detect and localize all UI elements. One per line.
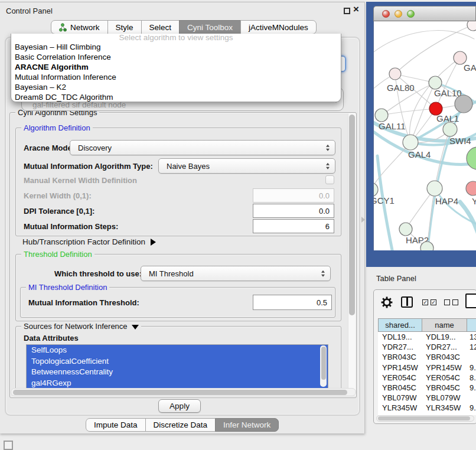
table-cell: 9. (467, 383, 476, 392)
settings-horizontal-scrollbar[interactable] (11, 388, 356, 396)
kernel-width-field[interactable]: 0.0 (253, 188, 334, 203)
mi-threshold-field[interactable]: 0.5 (253, 295, 332, 310)
table-row[interactable]: YBL079WYBL079W (378, 393, 476, 403)
scrollbar-thumb[interactable] (378, 416, 470, 420)
dropdown-item-aracne-algorithm[interactable]: ARACNE Algorithm (11, 62, 341, 72)
table-row[interactable]: YDL19...YDL19...13 (378, 332, 476, 342)
network-node-y[interactable] (466, 181, 476, 195)
mi-threshold-label: Mutual Information Threshold: (28, 298, 139, 307)
network-node-gal4[interactable] (403, 135, 418, 150)
table-row[interactable]: YLR345WYLR345W9. (378, 403, 476, 413)
network-node-gal10[interactable] (429, 76, 442, 89)
column-header-a[interactable]: A (467, 318, 476, 332)
expand-arrow-icon[interactable] (151, 239, 156, 246)
list-item-topologicalcoefficient[interactable]: TopologicalCoefficient (27, 356, 328, 367)
network-icon (59, 23, 67, 32)
data-attributes-list[interactable]: SelfLoopsTopologicalCoefficientBetweenne… (26, 344, 328, 389)
dropdown-item-bayesian-hill-climbing[interactable]: Bayesian – Hill Climbing (11, 42, 341, 52)
aracne-mode-combo[interactable]: Discovery (70, 140, 335, 155)
table-cell: YPR145W (422, 363, 467, 372)
network-node-hap4[interactable] (427, 181, 442, 196)
network-edge[interactable] (395, 25, 473, 74)
tab-network[interactable]: Network (51, 20, 108, 34)
float-window-icon[interactable] (344, 8, 350, 14)
columns-icon[interactable] (401, 296, 413, 308)
scrollbar-thumb[interactable] (349, 115, 355, 315)
network-node[interactable] (467, 21, 476, 31)
zoom-window-icon[interactable] (407, 10, 415, 18)
tab-jactivemnodules[interactable]: jActiveMNodules (240, 20, 317, 34)
network-node-gcy1[interactable] (374, 182, 378, 197)
network-window-titlebar[interactable] (373, 6, 476, 21)
close-icon[interactable]: × (353, 4, 359, 15)
network-node-hap2[interactable] (399, 223, 412, 236)
network-node[interactable] (455, 95, 472, 113)
table-row[interactable]: YBR045CYBR045C9. (378, 383, 476, 393)
tab-discretize-data[interactable]: Discretize Data (145, 418, 216, 432)
mi-type-combo[interactable]: Naive Bayes (158, 158, 335, 174)
table-row[interactable]: YBR043CYBR043C (378, 352, 476, 362)
list-item-gal4rgexp[interactable]: gal4RGexp (27, 378, 328, 389)
collapse-arrow-icon[interactable] (132, 325, 139, 330)
dropdown-item-bayesian-k2[interactable]: Bayesian – K2 (11, 82, 341, 92)
table-cell: YLR345W (422, 403, 467, 412)
node-label: GAL11 (379, 121, 406, 131)
unchecked-attributes-icon[interactable] (444, 299, 458, 305)
attributes-list-scrollbar[interactable] (320, 345, 327, 387)
gear-icon[interactable] (380, 295, 394, 309)
table-row[interactable]: YPR145WYPR145W9. (378, 363, 476, 373)
tab-cyni-toolbox[interactable]: Cyni Toolbox (179, 20, 241, 34)
dropdown-item-mutual-information-inference[interactable]: Mutual Information Inference (11, 72, 341, 82)
dpi-tolerance-field[interactable]: 0.0 (253, 204, 334, 218)
tab-label: Style (116, 23, 133, 32)
table-row[interactable]: YDR27...YDR27...12 (378, 342, 476, 352)
table-panel: ✓✓ shared...nameA YDL19...YDL19...13YDR2… (373, 289, 476, 424)
table-cell: 8. (467, 373, 476, 382)
node-label: Y (472, 196, 476, 206)
list-item-selfloops[interactable]: SelfLoops (27, 345, 328, 356)
table-cell: YBR045C (378, 383, 422, 392)
combo-stepper-icon (321, 270, 325, 277)
algorithm-dropdown-popup: Select algorithm to view settingsBayesia… (11, 34, 341, 102)
table-cell: 9. (467, 403, 476, 412)
which-threshold-combo[interactable]: MI Threshold (141, 266, 331, 281)
network-node-gal80[interactable] (389, 68, 401, 80)
page-icon[interactable] (465, 294, 476, 308)
network-node-gal11[interactable] (375, 109, 388, 122)
table-cell: 12 (467, 343, 476, 351)
close-window-icon[interactable] (382, 10, 390, 18)
sources-group-title[interactable]: Sources for Network Inference (21, 322, 141, 331)
settings-vertical-scrollbar[interactable] (348, 113, 356, 396)
network-node[interactable] (467, 147, 476, 169)
mi-steps-field[interactable]: 6 (253, 219, 334, 233)
tab-infer-network[interactable]: Infer Network (215, 418, 279, 432)
tab-impute-data[interactable]: Impute Data (86, 418, 146, 432)
dropdown-item-dream8-dc-tdc-algorithm[interactable]: Dream8 DC_TDC Algorithm (11, 92, 341, 102)
tab-style[interactable]: Style (107, 20, 142, 34)
table-horizontal-scrollbar[interactable] (376, 415, 474, 422)
apply-button[interactable]: Apply (158, 399, 201, 413)
manual-kernel-checkbox[interactable] (325, 175, 334, 184)
dropdown-item-basic-correlation-inference[interactable]: Basic Correlation Inference (11, 52, 341, 62)
window-grip-icon[interactable] (4, 441, 13, 450)
table-row[interactable]: YER054CYER054C8. (378, 373, 476, 383)
network-canvas-svg[interactable]: GALGAL80GAL10GAL1GAL11SWI4GAL4GCY1HAP4YH… (374, 21, 476, 250)
combo-stepper-icon (326, 145, 330, 151)
scrollbar-thumb[interactable] (13, 390, 347, 395)
node-label: GAL (464, 63, 476, 73)
checked-attributes-icon[interactable]: ✓✓ (422, 299, 436, 305)
column-header-name[interactable]: name (422, 318, 467, 332)
aracne-mode-value: Discovery (78, 144, 112, 152)
network-view[interactable]: GALGAL80GAL10GAL1GAL11SWI4GAL4GCY1HAP4YH… (373, 21, 476, 250)
network-node-swi4[interactable] (443, 122, 457, 136)
table-cell: YBL079W (378, 393, 422, 402)
hub-definition-toggle[interactable]: Hub/Transcription Factor Definition (22, 237, 156, 246)
splitter-collapse-icon[interactable] (361, 217, 365, 223)
node-label: GAL1 (436, 113, 459, 123)
scrollbar-thumb[interactable] (321, 347, 326, 380)
tab-select[interactable]: Select (141, 20, 180, 34)
tab-label: Discretize Data (154, 420, 208, 429)
column-header-shared[interactable]: shared... (378, 318, 422, 332)
minimize-window-icon[interactable] (395, 10, 402, 18)
list-item-betweennesscentrality[interactable]: BetweennessCentrality (27, 367, 328, 378)
